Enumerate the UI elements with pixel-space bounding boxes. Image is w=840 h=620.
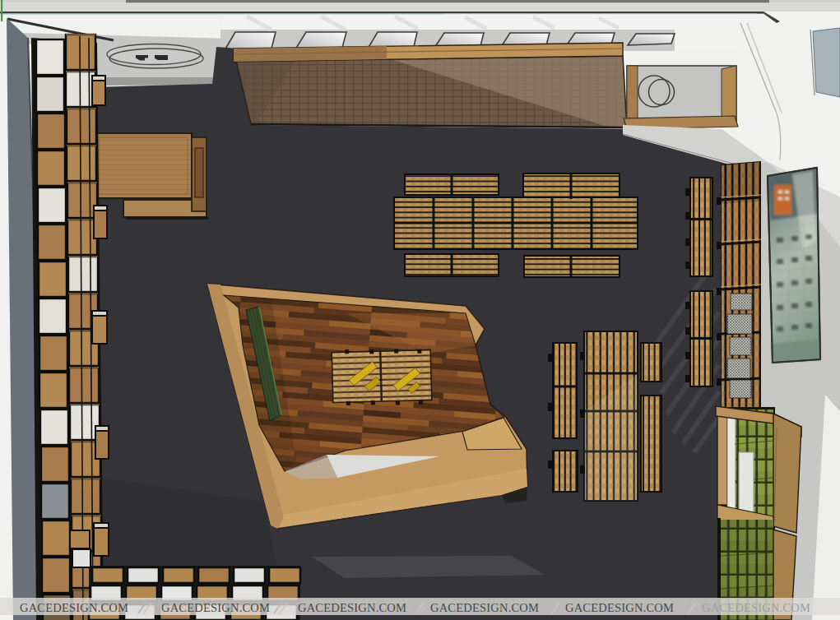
svg-text:GACEDESIGN.COM: GACEDESIGN.COM (702, 601, 810, 614)
svg-text:GACEDESIGN.COM: GACEDESIGN.COM (565, 601, 674, 614)
svg-text:GACEDESIGN.COM: GACEDESIGN.COM (161, 601, 270, 614)
svg-text:GACEDESIGN.COM: GACEDESIGN.COM (430, 601, 539, 614)
svg-text:GACEDESIGN.COM: GACEDESIGN.COM (298, 601, 406, 614)
svg-text:GACEDESIGN.COM: GACEDESIGN.COM (20, 601, 128, 614)
